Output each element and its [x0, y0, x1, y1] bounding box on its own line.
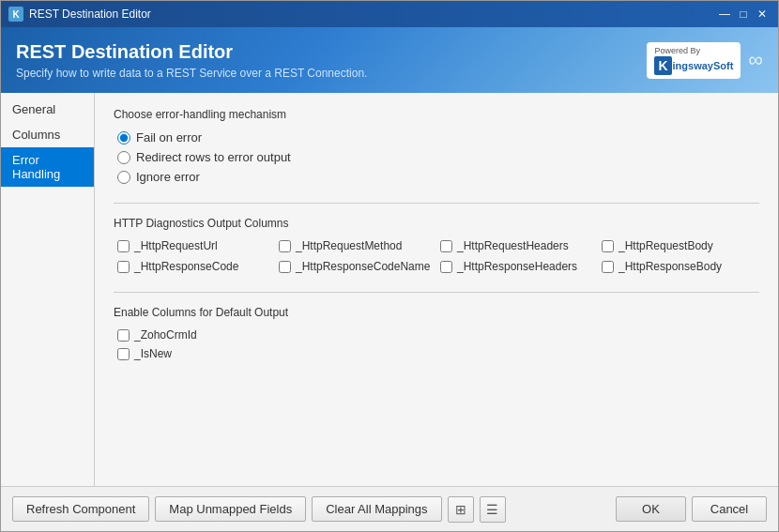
http-request-body-option[interactable]: _HttpRequestBody	[602, 239, 759, 252]
fail-on-error-radio[interactable]	[117, 131, 130, 144]
ok-button[interactable]: OK	[616, 496, 686, 522]
http-request-method-label: _HttpRequestMethod	[296, 239, 402, 252]
header-title: REST Destination Editor	[16, 41, 367, 63]
header-subtitle: Specify how to write data to a REST Serv…	[16, 67, 367, 80]
ignore-error-option[interactable]: Ignore error	[117, 170, 759, 184]
http-request-url-label: _HttpRequestUrl	[134, 239, 218, 252]
logo-box: Powered By K ingswaySoft	[647, 42, 741, 79]
main-window: K REST Destination Editor — □ ✕ REST Des…	[0, 0, 779, 532]
list-icon: ☰	[486, 502, 498, 517]
http-request-body-checkbox[interactable]	[602, 240, 614, 252]
header-logo: Powered By K ingswaySoft ∞	[647, 42, 763, 79]
maximize-button[interactable]: □	[735, 6, 752, 23]
http-response-code-checkbox[interactable]	[117, 261, 130, 273]
error-handling-section: Choose error-handling mechanism Fail on …	[114, 108, 759, 184]
is-new-checkbox[interactable]	[117, 348, 130, 360]
header-banner: REST Destination Editor Specify how to w…	[1, 27, 778, 93]
zoho-crm-id-checkbox[interactable]	[117, 329, 130, 342]
http-request-body-label: _HttpRequestBody	[619, 239, 713, 252]
sidebar-item-error-handling[interactable]: Error Handling	[1, 147, 94, 187]
http-request-url-checkbox[interactable]	[117, 240, 130, 252]
sidebar-item-columns[interactable]: Columns	[1, 122, 94, 147]
divider-1	[114, 203, 759, 204]
is-new-option[interactable]: _IsNew	[117, 347, 759, 360]
http-request-headers-option[interactable]: _HttpRequestHeaders	[440, 239, 598, 252]
content-area: Choose error-handling mechanism Fail on …	[95, 93, 778, 486]
http-request-url-option[interactable]: _HttpRequestUrl	[117, 239, 275, 252]
http-response-code-label: _HttpResponseCode	[134, 260, 238, 273]
table-icon: ⊞	[455, 502, 466, 517]
http-response-headers-option[interactable]: _HttpResponseHeaders	[440, 260, 598, 273]
map-unmapped-fields-button[interactable]: Map Unmapped Fields	[155, 496, 306, 522]
http-response-body-checkbox[interactable]	[602, 261, 614, 273]
ignore-error-label: Ignore error	[136, 170, 200, 184]
http-response-code-name-checkbox[interactable]	[279, 261, 291, 273]
http-request-headers-checkbox[interactable]	[440, 240, 452, 252]
refresh-component-button[interactable]: Refresh Component	[12, 496, 149, 522]
icon-button-1[interactable]: ⊞	[448, 496, 474, 523]
http-request-method-checkbox[interactable]	[279, 240, 291, 252]
title-bar-left: K REST Destination Editor	[8, 7, 151, 22]
close-button[interactable]: ✕	[754, 6, 771, 23]
sidebar: General Columns Error Handling	[1, 93, 95, 486]
http-response-code-name-option[interactable]: _HttpResponseCodeName	[279, 260, 436, 273]
http-diagnostics-section: HTTP Diagnostics Output Columns _HttpReq…	[114, 217, 759, 273]
http-request-headers-label: _HttpRequestHeaders	[457, 239, 569, 252]
fail-on-error-label: Fail on error	[136, 130, 202, 144]
minimize-button[interactable]: —	[716, 6, 733, 23]
fail-on-error-option[interactable]: Fail on error	[117, 130, 759, 144]
logo-k: K	[654, 56, 671, 75]
redirect-rows-option[interactable]: Redirect rows to error output	[117, 150, 759, 164]
footer-left: Refresh Component Map Unmapped Fields Cl…	[12, 496, 506, 523]
logo-name: ingswaySoft	[673, 60, 734, 71]
http-diagnostics-grid: _HttpRequestUrl _HttpRequestMethod _Http…	[117, 239, 759, 273]
http-response-body-option[interactable]: _HttpResponseBody	[602, 260, 759, 273]
http-response-headers-label: _HttpResponseHeaders	[457, 260, 577, 273]
icon-button-2[interactable]: ☰	[480, 496, 506, 523]
http-response-headers-checkbox[interactable]	[440, 261, 452, 273]
http-response-body-label: _HttpResponseBody	[619, 260, 722, 273]
http-request-method-option[interactable]: _HttpRequestMethod	[279, 239, 436, 252]
default-output-section: Enable Columns for Default Output _ZohoC…	[114, 306, 759, 360]
footer: Refresh Component Map Unmapped Fields Cl…	[1, 486, 778, 531]
header-title-area: REST Destination Editor Specify how to w…	[16, 41, 367, 80]
error-handling-title: Choose error-handling mechanism	[114, 108, 759, 121]
ignore-error-radio[interactable]	[117, 171, 130, 184]
powered-by-label: Powered By K ingswaySoft	[654, 46, 733, 75]
redirect-rows-radio[interactable]	[117, 151, 130, 164]
window-title: REST Destination Editor	[29, 8, 151, 21]
divider-2	[114, 292, 759, 293]
sidebar-item-general[interactable]: General	[1, 97, 94, 122]
http-response-code-name-label: _HttpResponseCodeName	[296, 260, 430, 273]
http-response-code-option[interactable]: _HttpResponseCode	[117, 260, 275, 273]
is-new-label: _IsNew	[134, 347, 172, 360]
clear-all-mappings-button[interactable]: Clear All Mappings	[312, 496, 441, 522]
window-controls: — □ ✕	[716, 6, 771, 23]
redirect-rows-label: Redirect rows to error output	[136, 150, 291, 164]
title-bar: K REST Destination Editor — □ ✕	[1, 1, 778, 27]
main-content: General Columns Error Handling Choose er…	[1, 93, 778, 486]
cancel-button[interactable]: Cancel	[692, 496, 767, 522]
http-diagnostics-title: HTTP Diagnostics Output Columns	[114, 217, 759, 230]
default-output-title: Enable Columns for Default Output	[114, 306, 759, 319]
error-handling-radio-group: Fail on error Redirect rows to error out…	[117, 130, 759, 184]
footer-right: OK Cancel	[616, 496, 767, 522]
app-icon: K	[8, 7, 23, 22]
logo-infinite-icon: ∞	[748, 48, 763, 72]
default-output-list: _ZohoCrmId _IsNew	[117, 328, 759, 360]
zoho-crm-id-option[interactable]: _ZohoCrmId	[117, 328, 759, 342]
zoho-crm-id-label: _ZohoCrmId	[134, 328, 197, 342]
